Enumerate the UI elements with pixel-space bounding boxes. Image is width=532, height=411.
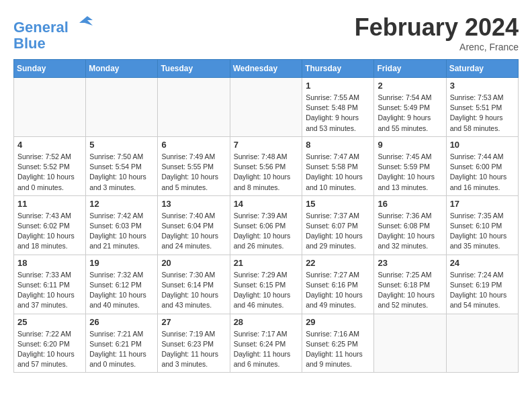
- day-number: 5: [89, 140, 154, 150]
- day-info: Sunrise: 7:21 AMSunset: 6:21 PMDaylight:…: [89, 329, 154, 370]
- calendar-cell: 22Sunrise: 7:27 AMSunset: 6:16 PMDayligh…: [302, 255, 374, 314]
- calendar-cell: 28Sunrise: 7:17 AMSunset: 6:24 PMDayligh…: [230, 314, 302, 373]
- calendar-cell: 10Sunrise: 7:44 AMSunset: 6:00 PMDayligh…: [446, 136, 518, 195]
- calendar-cell: 27Sunrise: 7:19 AMSunset: 6:23 PMDayligh…: [158, 314, 230, 373]
- day-number: 18: [17, 258, 82, 268]
- day-info: Sunrise: 7:55 AMSunset: 5:48 PMDaylight:…: [306, 93, 370, 134]
- weekday-header-row: SundayMondayTuesdayWednesdayThursdayFrid…: [14, 60, 519, 78]
- calendar-cell: 14Sunrise: 7:39 AMSunset: 6:06 PMDayligh…: [230, 195, 302, 255]
- day-number: 29: [306, 317, 370, 327]
- title-area: February 2024 Arenc, France: [355, 13, 519, 52]
- weekday-header-monday: Monday: [86, 60, 158, 78]
- day-info: Sunrise: 7:17 AMSunset: 6:24 PMDaylight:…: [234, 329, 299, 370]
- calendar-cell: 29Sunrise: 7:16 AMSunset: 6:25 PMDayligh…: [302, 314, 374, 373]
- day-number: 15: [306, 199, 370, 209]
- weekday-header-sunday: Sunday: [14, 60, 86, 78]
- calendar-cell: 25Sunrise: 7:22 AMSunset: 6:20 PMDayligh…: [14, 314, 86, 373]
- day-info: Sunrise: 7:48 AMSunset: 5:56 PMDaylight:…: [234, 152, 299, 193]
- day-number: 17: [450, 199, 515, 209]
- day-info: Sunrise: 7:24 AMSunset: 6:19 PMDaylight:…: [450, 270, 515, 311]
- day-number: 25: [17, 317, 82, 327]
- day-number: 16: [378, 199, 442, 209]
- day-number: 22: [306, 258, 370, 268]
- weekday-header-saturday: Saturday: [446, 60, 518, 78]
- day-info: Sunrise: 7:37 AMSunset: 6:07 PMDaylight:…: [306, 211, 370, 252]
- week-row-5: 25Sunrise: 7:22 AMSunset: 6:20 PMDayligh…: [14, 314, 519, 373]
- day-number: 1: [306, 81, 370, 91]
- day-info: Sunrise: 7:43 AMSunset: 6:02 PMDaylight:…: [17, 211, 82, 252]
- calendar-cell: 26Sunrise: 7:21 AMSunset: 6:21 PMDayligh…: [86, 314, 158, 373]
- day-number: 13: [161, 199, 226, 209]
- page-header: General Blue February 2024 Arenc, France: [13, 13, 519, 52]
- calendar-cell: 13Sunrise: 7:40 AMSunset: 6:04 PMDayligh…: [158, 195, 230, 255]
- day-number: 14: [234, 199, 299, 209]
- day-number: 28: [234, 317, 299, 327]
- location: Arenc, France: [355, 42, 519, 52]
- weekday-header-wednesday: Wednesday: [230, 60, 302, 78]
- day-info: Sunrise: 7:54 AMSunset: 5:49 PMDaylight:…: [378, 93, 442, 134]
- calendar-cell: 7Sunrise: 7:48 AMSunset: 5:56 PMDaylight…: [230, 136, 302, 195]
- calendar-cell: [14, 78, 86, 137]
- day-number: 23: [378, 258, 442, 268]
- logo-bird-icon: [74, 13, 95, 32]
- day-info: Sunrise: 7:19 AMSunset: 6:23 PMDaylight:…: [161, 329, 226, 370]
- day-info: Sunrise: 7:39 AMSunset: 6:06 PMDaylight:…: [234, 211, 299, 252]
- calendar-cell: [86, 78, 158, 137]
- day-number: 8: [306, 140, 370, 150]
- calendar-cell: 8Sunrise: 7:47 AMSunset: 5:58 PMDaylight…: [302, 136, 374, 195]
- day-number: 2: [378, 81, 442, 91]
- weekday-header-tuesday: Tuesday: [158, 60, 230, 78]
- calendar-table: SundayMondayTuesdayWednesdayThursdayFrid…: [13, 59, 519, 373]
- day-info: Sunrise: 7:45 AMSunset: 5:59 PMDaylight:…: [378, 152, 442, 193]
- day-number: 24: [450, 258, 515, 268]
- day-info: Sunrise: 7:53 AMSunset: 5:51 PMDaylight:…: [450, 93, 515, 134]
- day-number: 20: [161, 258, 226, 268]
- day-number: 10: [450, 140, 515, 150]
- day-number: 9: [378, 140, 442, 150]
- calendar-cell: [158, 78, 230, 137]
- weekday-header-friday: Friday: [374, 60, 446, 78]
- calendar-cell: 12Sunrise: 7:42 AMSunset: 6:03 PMDayligh…: [86, 195, 158, 255]
- day-number: 4: [17, 140, 82, 150]
- day-info: Sunrise: 7:49 AMSunset: 5:55 PMDaylight:…: [161, 152, 226, 193]
- week-row-4: 18Sunrise: 7:33 AMSunset: 6:11 PMDayligh…: [14, 255, 519, 314]
- logo-blue: Blue: [13, 35, 46, 52]
- week-row-3: 11Sunrise: 7:43 AMSunset: 6:02 PMDayligh…: [14, 195, 519, 255]
- weekday-header-thursday: Thursday: [302, 60, 374, 78]
- calendar-cell: 11Sunrise: 7:43 AMSunset: 6:02 PMDayligh…: [14, 195, 86, 255]
- day-info: Sunrise: 7:50 AMSunset: 5:54 PMDaylight:…: [89, 152, 154, 193]
- svg-marker-0: [79, 16, 93, 26]
- calendar-cell: [374, 314, 446, 373]
- logo: General Blue: [13, 13, 95, 52]
- calendar-cell: 20Sunrise: 7:30 AMSunset: 6:14 PMDayligh…: [158, 255, 230, 314]
- week-row-1: 1Sunrise: 7:55 AMSunset: 5:48 PMDaylight…: [14, 78, 519, 137]
- day-info: Sunrise: 7:29 AMSunset: 6:15 PMDaylight:…: [234, 270, 299, 311]
- calendar-cell: 17Sunrise: 7:35 AMSunset: 6:10 PMDayligh…: [446, 195, 518, 255]
- day-number: 27: [161, 317, 226, 327]
- calendar-cell: 5Sunrise: 7:50 AMSunset: 5:54 PMDaylight…: [86, 136, 158, 195]
- day-info: Sunrise: 7:52 AMSunset: 5:52 PMDaylight:…: [17, 152, 82, 193]
- day-number: 12: [89, 199, 154, 209]
- calendar-cell: 23Sunrise: 7:25 AMSunset: 6:18 PMDayligh…: [374, 255, 446, 314]
- day-info: Sunrise: 7:44 AMSunset: 6:00 PMDaylight:…: [450, 152, 515, 193]
- day-info: Sunrise: 7:30 AMSunset: 6:14 PMDaylight:…: [161, 270, 226, 311]
- calendar-cell: 16Sunrise: 7:36 AMSunset: 6:08 PMDayligh…: [374, 195, 446, 255]
- day-number: 19: [89, 258, 154, 268]
- calendar-cell: 9Sunrise: 7:45 AMSunset: 5:59 PMDaylight…: [374, 136, 446, 195]
- calendar-cell: 18Sunrise: 7:33 AMSunset: 6:11 PMDayligh…: [14, 255, 86, 314]
- calendar-cell: [230, 78, 302, 137]
- day-info: Sunrise: 7:16 AMSunset: 6:25 PMDaylight:…: [306, 329, 370, 370]
- month-title: February 2024: [355, 13, 519, 42]
- day-info: Sunrise: 7:33 AMSunset: 6:11 PMDaylight:…: [17, 270, 82, 311]
- day-info: Sunrise: 7:27 AMSunset: 6:16 PMDaylight:…: [306, 270, 370, 311]
- day-number: 21: [234, 258, 299, 268]
- day-number: 3: [450, 81, 515, 91]
- calendar-cell: 6Sunrise: 7:49 AMSunset: 5:55 PMDaylight…: [158, 136, 230, 195]
- calendar-cell: 19Sunrise: 7:32 AMSunset: 6:12 PMDayligh…: [86, 255, 158, 314]
- calendar-cell: 24Sunrise: 7:24 AMSunset: 6:19 PMDayligh…: [446, 255, 518, 314]
- day-info: Sunrise: 7:40 AMSunset: 6:04 PMDaylight:…: [161, 211, 226, 252]
- day-info: Sunrise: 7:32 AMSunset: 6:12 PMDaylight:…: [89, 270, 154, 311]
- calendar-cell: 15Sunrise: 7:37 AMSunset: 6:07 PMDayligh…: [302, 195, 374, 255]
- logo-general: General: [13, 19, 69, 36]
- week-row-2: 4Sunrise: 7:52 AMSunset: 5:52 PMDaylight…: [14, 136, 519, 195]
